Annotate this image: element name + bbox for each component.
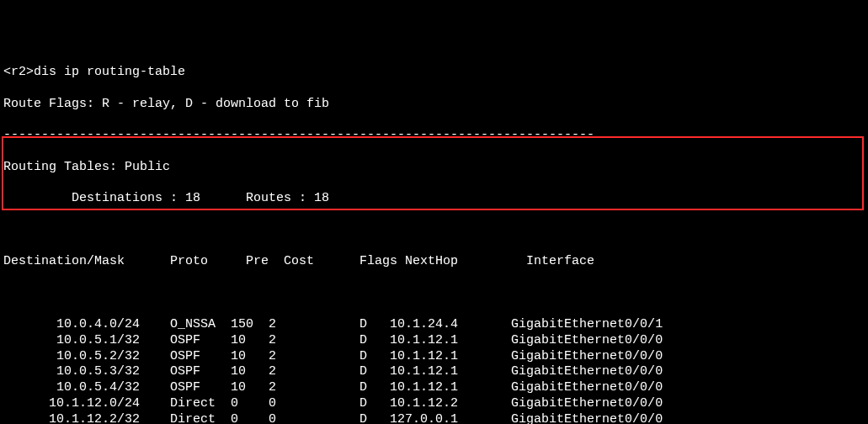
routing-row: 10.0.5.1/32 OSPF 10 2 D 10.1.12.1 Gigabi… — [3, 333, 865, 349]
routing-tables-line: Routing Tables: Public — [3, 160, 865, 176]
header-line: Destination/Mask Proto Pre Cost Flags Ne… — [3, 254, 865, 270]
blank-line — [3, 223, 865, 239]
routing-row: 10.0.5.2/32 OSPF 10 2 D 10.1.12.1 Gigabi… — [3, 349, 865, 365]
routing-row: 10.0.4.0/24 O_NSSA 150 2 D 10.1.24.4 Gig… — [3, 317, 865, 333]
routing-row: 10.0.5.4/32 OSPF 10 2 D 10.1.12.1 Gigabi… — [3, 380, 865, 396]
routing-row: 10.1.12.0/24 Direct 0 0 D 10.1.12.2 Giga… — [3, 396, 865, 412]
routing-row: 10.1.12.2/32 Direct 0 0 D 127.0.0.1 Giga… — [3, 412, 865, 425]
blank-line — [3, 286, 865, 302]
route-flags-line: Route Flags: R - relay, D - download to … — [3, 97, 865, 113]
summary-line: Destinations : 18 Routes : 18 — [3, 191, 865, 207]
command-line: <r2>dis ip routing-table — [3, 65, 865, 81]
separator-line: ----------------------------------------… — [3, 128, 865, 144]
routing-row: 10.0.5.3/32 OSPF 10 2 D 10.1.12.1 Gigabi… — [3, 364, 865, 380]
